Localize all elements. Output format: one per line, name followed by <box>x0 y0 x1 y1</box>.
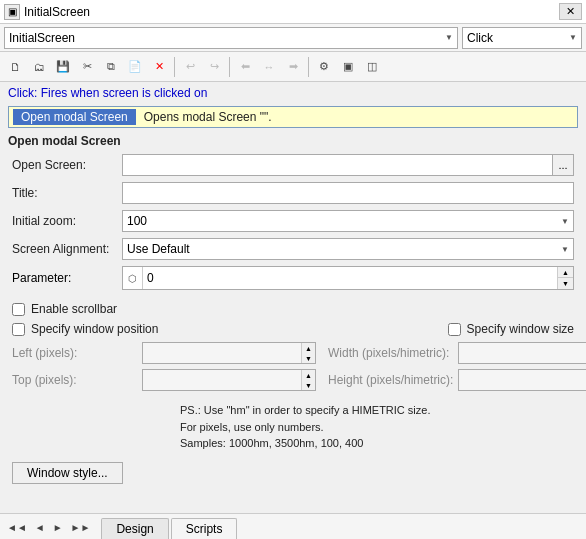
window-style-button[interactable]: Window style... <box>12 462 123 484</box>
width-row: Width (pixels/himetric): 0 ▲ ▼ <box>328 342 586 364</box>
top-row: Top (pixels): 0 ▲ ▼ <box>12 369 316 391</box>
alignment-arrow: ▼ <box>561 245 569 254</box>
open-screen-row: Open Screen: ... <box>12 154 574 176</box>
width-label: Width (pixels/himetric): <box>328 346 458 360</box>
top-input[interactable]: 0 <box>143 370 301 390</box>
alignment-select[interactable]: Use Default ▼ <box>122 238 574 260</box>
left-row: Left (pixels): 0 ▲ ▼ <box>12 342 316 364</box>
sep1 <box>174 57 175 77</box>
action-item[interactable]: Open modal Screen Opens modal Screen "". <box>9 107 577 127</box>
size-column: Width (pixels/himetric): 0 ▲ ▼ Height (p… <box>328 342 586 396</box>
open-screen-label: Open Screen: <box>12 158 122 172</box>
left-spinner: ▲ ▼ <box>301 343 315 363</box>
bottom-nav: ◄◄ ◄ ► ►► Design Scripts <box>0 513 586 539</box>
redo-icon[interactable]: ↪ <box>203 56 225 78</box>
open-screen-input-wrap: ... <box>122 154 574 176</box>
open-screen-input[interactable] <box>122 154 552 176</box>
left-input-wrap: 0 ▲ ▼ <box>142 342 316 364</box>
position-row: Specify window position Specify window s… <box>0 320 586 338</box>
height-input[interactable]: 0 <box>459 370 586 390</box>
tab-scripts[interactable]: Scripts <box>171 518 238 539</box>
top-bar: InitialScreen ▼ Click ▼ <box>0 24 586 52</box>
specify-size-label: Specify window size <box>467 322 574 336</box>
width-input[interactable]: 0 <box>459 343 586 363</box>
top-up-button[interactable]: ▲ <box>301 370 315 380</box>
fires-label: Click: Fires when screen is clicked on <box>0 82 586 104</box>
title-row: Title: <box>12 182 574 204</box>
ps-note: PS.: Use "hm" in order to specify a HIME… <box>0 398 586 456</box>
scrollbar-row: Enable scrollbar <box>0 300 586 318</box>
specify-size-checkbox[interactable] <box>448 323 461 336</box>
tab-design[interactable]: Design <box>101 518 168 539</box>
parameter-down-button[interactable]: ▼ <box>557 278 573 289</box>
screen-dropdown-arrow: ▼ <box>445 33 453 42</box>
click-dropdown-arrow: ▼ <box>569 33 577 42</box>
pos-size-grid: Left (pixels): 0 ▲ ▼ Top (pixels): 0 ▲ ▼ <box>0 340 586 398</box>
enable-scrollbar-label: Enable scrollbar <box>31 302 117 316</box>
parameter-spinner: ▲ ▼ <box>557 267 573 289</box>
zoom-label: Initial zoom: <box>12 214 122 228</box>
width-input-wrap: 0 ▲ ▼ <box>458 342 586 364</box>
parameter-up-button[interactable]: ▲ <box>557 267 573 278</box>
view1-icon[interactable]: ▣ <box>337 56 359 78</box>
position-column: Left (pixels): 0 ▲ ▼ Top (pixels): 0 ▲ ▼ <box>12 342 316 396</box>
left-up-button[interactable]: ▲ <box>301 343 315 353</box>
form-container: Open Screen: ... Title: Initial zoom: 10… <box>0 150 586 300</box>
cut-icon[interactable]: ✂ <box>76 56 98 78</box>
nav-next-button[interactable]: ► <box>50 520 66 535</box>
top-label: Top (pixels): <box>12 373 142 387</box>
properties-icon[interactable]: ⚙ <box>313 56 335 78</box>
ps-line2: For pixels, use only numbers. <box>180 419 574 436</box>
nav-prev-button[interactable]: ◄ <box>32 520 48 535</box>
height-input-wrap: 0 ▲ ▼ <box>458 369 586 391</box>
height-label: Height (pixels/himetric): <box>328 373 458 387</box>
click-dropdown[interactable]: Click ▼ <box>462 27 582 49</box>
left-down-button[interactable]: ▼ <box>301 353 315 363</box>
specify-position-checkbox[interactable] <box>12 323 25 336</box>
left-input[interactable]: 0 <box>143 343 301 363</box>
parameter-input-wrap: ⬡ 0 ▲ ▼ <box>122 266 574 290</box>
open-icon[interactable]: 🗂 <box>28 56 50 78</box>
top-spinner: ▲ ▼ <box>301 370 315 390</box>
nav-arrows: ◄◄ ◄ ► ►► <box>4 520 93 535</box>
section-title: Open modal Screen <box>0 130 586 150</box>
alignment-label: Screen Alignment: <box>12 242 122 256</box>
title-label: Title: <box>12 186 122 200</box>
action-item-label: Open modal Screen <box>13 109 136 125</box>
view2-icon[interactable]: ◫ <box>361 56 383 78</box>
screen-dropdown[interactable]: InitialScreen ▼ <box>4 27 458 49</box>
open-screen-browse-button[interactable]: ... <box>552 154 574 176</box>
align-left-icon[interactable]: ⬅ <box>234 56 256 78</box>
align-center-icon[interactable]: ↔ <box>258 56 280 78</box>
ps-line1: PS.: Use "hm" in order to specify a HIME… <box>180 402 574 419</box>
undo-icon[interactable]: ↩ <box>179 56 201 78</box>
enable-scrollbar-checkbox[interactable] <box>12 303 25 316</box>
parameter-text: 0 <box>143 267 557 289</box>
fires-highlight: on <box>194 86 207 100</box>
click-dropdown-label: Click <box>467 31 493 45</box>
align-right-icon[interactable]: ➡ <box>282 56 304 78</box>
parameter-row: Parameter: ⬡ 0 ▲ ▼ <box>12 266 574 290</box>
zoom-select[interactable]: 100 ▼ <box>122 210 574 232</box>
delete-icon[interactable]: ✕ <box>148 56 170 78</box>
new-icon[interactable]: 🗋 <box>4 56 26 78</box>
save-icon[interactable]: 💾 <box>52 56 74 78</box>
parameter-label: Parameter: <box>12 271 122 285</box>
action-item-desc: Opens modal Screen "". <box>144 110 272 124</box>
zoom-value: 100 <box>127 214 147 228</box>
screen-dropdown-label: InitialScreen <box>9 31 75 45</box>
nav-first-button[interactable]: ◄◄ <box>4 520 30 535</box>
fires-prefix: Click: Fires when screen is clicked <box>8 86 191 100</box>
paste-icon[interactable]: 📄 <box>124 56 146 78</box>
close-button[interactable]: ✕ <box>559 3 582 20</box>
top-down-button[interactable]: ▼ <box>301 380 315 390</box>
title-input[interactable] <box>122 182 574 204</box>
alignment-row: Screen Alignment: Use Default ▼ <box>12 238 574 260</box>
height-row: Height (pixels/himetric): 0 ▲ ▼ <box>328 369 586 391</box>
sep2 <box>229 57 230 77</box>
specify-position-label: Specify window position <box>31 322 158 336</box>
zoom-row: Initial zoom: 100 ▼ <box>12 210 574 232</box>
nav-last-button[interactable]: ►► <box>68 520 94 535</box>
zoom-arrow: ▼ <box>561 217 569 226</box>
copy-icon[interactable]: ⧉ <box>100 56 122 78</box>
